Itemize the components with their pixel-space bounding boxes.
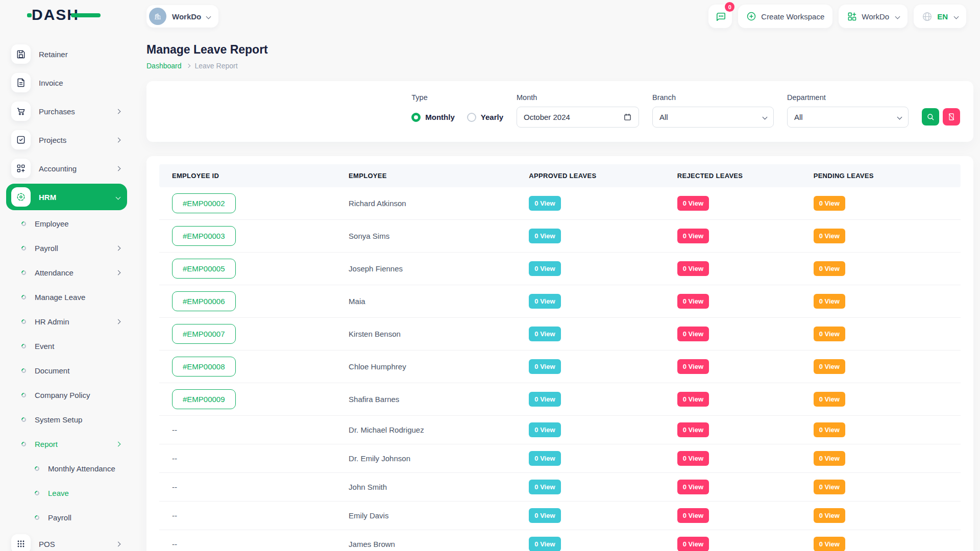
- branch-select[interactable]: All: [652, 107, 774, 128]
- sidebar-item-hrm[interactable]: HRM: [6, 184, 127, 210]
- workspace-menu-button[interactable]: WorkDo: [839, 5, 908, 28]
- cart-icon: [11, 102, 31, 121]
- rejected-view-badge[interactable]: 0 View: [677, 422, 709, 437]
- employee-id-badge[interactable]: #EMP00006: [172, 291, 236, 311]
- pending-view-badge[interactable]: 0 View: [814, 422, 845, 437]
- sidebar-item-employee[interactable]: Employee: [6, 211, 127, 236]
- sidebar-item-event[interactable]: Event: [6, 334, 127, 358]
- bullet-icon: [20, 367, 27, 374]
- employee-id-badge[interactable]: #EMP00009: [172, 389, 236, 409]
- sidebar-item-purchases[interactable]: Purchases: [6, 97, 127, 126]
- approved-view-badge[interactable]: 0 View: [529, 480, 560, 494]
- chevron-down-icon: [206, 14, 211, 19]
- pending-view-badge[interactable]: 0 View: [814, 294, 845, 309]
- department-select[interactable]: All: [787, 107, 909, 128]
- pending-view-badge[interactable]: 0 View: [814, 451, 845, 466]
- month-filter-group: Month October 2024: [517, 93, 639, 128]
- rejected-view-badge[interactable]: 0 View: [677, 451, 709, 466]
- employee-name: Shafira Barnes: [349, 395, 399, 404]
- pos-grid-dots-icon: [11, 534, 31, 551]
- approved-view-badge[interactable]: 0 View: [529, 229, 560, 243]
- rejected-view-badge[interactable]: 0 View: [677, 196, 709, 211]
- approved-view-badge[interactable]: 0 View: [529, 359, 560, 374]
- radio-yearly[interactable]: Yearly: [467, 113, 503, 122]
- create-workspace-label: Create Workspace: [761, 12, 824, 21]
- workspace-avatar-building-icon: [149, 8, 166, 25]
- workspace-selector[interactable]: WorkDo: [146, 5, 218, 28]
- radio-monthly[interactable]: Monthly: [411, 113, 455, 122]
- pending-view-badge[interactable]: 0 View: [814, 392, 845, 407]
- sidebar-item-label: Purchases: [39, 107, 75, 116]
- employee-id-badge[interactable]: #EMP00008: [172, 357, 236, 377]
- sidebar-item-hr-admin[interactable]: HR Admin: [6, 309, 127, 334]
- approved-view-badge[interactable]: 0 View: [529, 392, 560, 407]
- approved-view-badge[interactable]: 0 View: [529, 294, 560, 309]
- pending-view-badge[interactable]: 0 View: [814, 196, 845, 211]
- employee-id-badge[interactable]: #EMP00007: [172, 324, 236, 344]
- sidebar-item-company-policy[interactable]: Company Policy: [6, 383, 127, 407]
- sidebar-item-document[interactable]: Document: [6, 358, 127, 383]
- table-row: #EMP00006 Maia 0 View 0 View 0 View: [159, 285, 961, 318]
- employee-id-badge[interactable]: #EMP00003: [172, 226, 236, 246]
- pending-view-badge[interactable]: 0 View: [814, 480, 845, 494]
- approved-view-badge[interactable]: 0 View: [529, 537, 560, 551]
- leave-report-table: EMPLOYEE ID EMPLOYEE APPROVED LEAVES REJ…: [159, 164, 961, 551]
- create-workspace-button[interactable]: Create Workspace: [738, 5, 832, 28]
- language-selector[interactable]: EN: [914, 5, 966, 28]
- pending-view-badge[interactable]: 0 View: [814, 359, 845, 374]
- approved-view-badge[interactable]: 0 View: [529, 327, 560, 341]
- rejected-view-badge[interactable]: 0 View: [677, 229, 709, 243]
- rejected-view-badge[interactable]: 0 View: [677, 480, 709, 494]
- sidebar-item-invoice[interactable]: Invoice: [6, 68, 127, 97]
- rejected-view-badge[interactable]: 0 View: [677, 508, 709, 523]
- sidebar-item-projects[interactable]: Projects: [6, 126, 127, 154]
- pending-view-badge[interactable]: 0 View: [814, 327, 845, 341]
- approved-view-badge[interactable]: 0 View: [529, 451, 560, 466]
- sidebar-item-report-payroll[interactable]: Payroll: [6, 505, 127, 530]
- bullet-icon: [34, 465, 40, 472]
- sidebar-item-attendance[interactable]: Attendance: [6, 260, 127, 285]
- rejected-view-badge[interactable]: 0 View: [677, 359, 709, 374]
- employee-id-badge[interactable]: #EMP00005: [172, 259, 236, 279]
- hrm-hub-icon: [11, 187, 31, 207]
- approved-view-badge[interactable]: 0 View: [529, 422, 560, 437]
- employee-id-badge[interactable]: #EMP00002: [172, 193, 236, 213]
- rejected-view-badge[interactable]: 0 View: [677, 327, 709, 341]
- pending-view-badge[interactable]: 0 View: [814, 508, 845, 523]
- search-button[interactable]: [922, 108, 939, 126]
- bullet-icon: [34, 490, 40, 496]
- sidebar-item-label: Event: [35, 342, 54, 350]
- search-icon: [926, 113, 935, 121]
- rejected-view-badge[interactable]: 0 View: [677, 294, 709, 309]
- dash-logo[interactable]: DASH: [32, 7, 79, 22]
- month-input[interactable]: October 2024: [517, 107, 639, 128]
- rejected-view-badge[interactable]: 0 View: [677, 537, 709, 551]
- sidebar-item-accounting[interactable]: Accounting: [6, 154, 127, 183]
- logo-dot: [27, 13, 32, 17]
- pending-view-badge[interactable]: 0 View: [814, 537, 845, 551]
- pending-view-badge[interactable]: 0 View: [814, 229, 845, 243]
- bullet-icon: [20, 269, 27, 276]
- bullet-icon: [20, 441, 27, 447]
- approved-view-badge[interactable]: 0 View: [529, 196, 560, 211]
- chevron-down-icon: [763, 115, 768, 120]
- employee-name: Emily Davis: [349, 511, 388, 520]
- rejected-view-badge[interactable]: 0 View: [677, 261, 709, 276]
- approved-view-badge[interactable]: 0 View: [529, 261, 560, 276]
- messages-button[interactable]: 0: [708, 5, 732, 28]
- sidebar-item-label: Invoice: [39, 79, 63, 87]
- sidebar-item-report[interactable]: Report: [6, 432, 127, 456]
- breadcrumb-dashboard-link[interactable]: Dashboard: [146, 62, 182, 70]
- sidebar-item-leave[interactable]: Leave: [6, 481, 127, 505]
- sidebar-item-system-setup[interactable]: System Setup: [6, 407, 127, 432]
- sidebar-item-monthly-attendance[interactable]: Monthly Attendance: [6, 456, 127, 481]
- reset-button[interactable]: [943, 108, 960, 126]
- sidebar-item-retainer[interactable]: Retainer: [6, 40, 127, 68]
- employee-id-empty: --: [172, 425, 177, 434]
- sidebar-item-manage-leave[interactable]: Manage Leave: [6, 285, 127, 309]
- pending-view-badge[interactable]: 0 View: [814, 261, 845, 276]
- sidebar-item-payroll[interactable]: Payroll: [6, 236, 127, 260]
- approved-view-badge[interactable]: 0 View: [529, 508, 560, 523]
- rejected-view-badge[interactable]: 0 View: [677, 392, 709, 407]
- sidebar-item-pos[interactable]: POS: [6, 530, 127, 551]
